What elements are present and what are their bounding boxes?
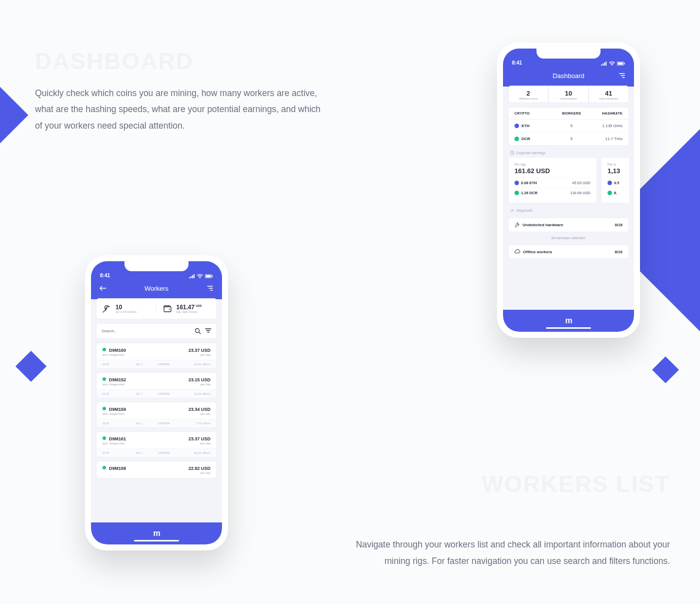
tab-coins-value: 2 xyxy=(508,90,548,97)
back-icon[interactable] xyxy=(98,283,108,293)
income-sub: avg. daily income xyxy=(176,310,202,313)
income-value: 161.47USD xyxy=(176,304,202,310)
worker-card[interactable]: D9M159 asic, dragonmint 23.34 USD per da… xyxy=(96,402,217,428)
diag-undetected-label: Undetected hardware xyxy=(522,223,563,227)
tab-hardware-value: 41 xyxy=(589,90,628,97)
wrench-icon xyxy=(514,222,520,228)
stats-tabs: 2 different coins 10 total workers 41 to… xyxy=(508,86,629,103)
diagnostic-section-label: Diagnostic xyxy=(508,203,629,215)
logo-icon: m xyxy=(153,529,160,538)
wifi-icon xyxy=(609,62,615,66)
phone-mockup-dashboard: 8:41 Dashboard 2 xyxy=(497,43,640,338)
section-desc-workers: Navigate through your workers list and c… xyxy=(350,536,670,569)
tab-coins-label: different coins xyxy=(508,97,548,100)
phone-notch xyxy=(536,49,600,59)
diag-offline-label: Offline workers xyxy=(523,250,552,254)
th-workers: WORKERS xyxy=(556,112,586,115)
status-dot-icon xyxy=(102,466,106,469)
status-dot-icon xyxy=(102,407,106,410)
earnings-card[interactable]: Per day161.62 USD 0.08 ETH 45.53 USD 1.2… xyxy=(508,157,597,203)
tab-workers[interactable]: 10 total workers xyxy=(548,86,588,103)
svg-point-8 xyxy=(169,309,170,310)
decor-diamond xyxy=(652,356,679,383)
worker-list[interactable]: D9M160 asic, dragonmint 23.37 USD per da… xyxy=(96,343,217,478)
bottom-nav[interactable]: m xyxy=(91,522,222,544)
tab-coins[interactable]: 2 different coins xyxy=(508,86,548,103)
diag-undetected[interactable]: Undetected hardware 0/18 xyxy=(508,218,629,232)
tab-workers-label: total workers xyxy=(548,97,588,100)
diag-offline-value: 8/18 xyxy=(614,250,622,254)
summary-card: 10 out of 18 workers 161.47USD avg. dail… xyxy=(96,298,217,319)
home-indicator xyxy=(134,540,179,541)
eth-icon xyxy=(514,124,519,128)
tab-workers-value: 10 xyxy=(548,90,588,97)
section-heading-workers: WORKERS LIST xyxy=(482,470,670,497)
section-heading-dashboard: DASHBOARD xyxy=(35,48,194,75)
status-dot-icon xyxy=(102,377,106,381)
worker-card[interactable]: D9M158 22.82 USD per day xyxy=(96,461,217,478)
earnings-section-label: Expected earnings xyxy=(508,146,629,157)
svg-rect-5 xyxy=(206,275,211,278)
decor-diamond xyxy=(16,351,46,382)
eth-icon xyxy=(514,181,519,185)
home-indicator xyxy=(546,327,591,329)
crypto-table: CRYPTO WORKERS HASHRATE ETH 5 1.135 GH/s… xyxy=(508,107,629,146)
search-icon[interactable] xyxy=(194,328,201,334)
svg-rect-1 xyxy=(618,63,623,65)
phone-notch xyxy=(124,261,188,271)
svg-rect-2 xyxy=(624,63,625,65)
filter-icon[interactable] xyxy=(205,328,212,334)
menu-icon[interactable] xyxy=(617,71,627,81)
search-input[interactable] xyxy=(102,329,190,333)
dcr-icon xyxy=(514,137,519,141)
wifi-icon xyxy=(197,274,203,278)
signal-icon xyxy=(189,274,195,278)
cloud-off-icon xyxy=(514,249,520,254)
active-workers-sub: out of 18 workers xyxy=(116,310,136,313)
phone-mockup-workers: 8:41 Workers xyxy=(85,255,228,550)
worker-card[interactable]: D9M152 asic, dragonmint 23.15 USD per da… xyxy=(96,372,217,398)
app-header: Workers xyxy=(91,279,222,299)
dcr-icon xyxy=(608,191,612,195)
svg-point-9 xyxy=(196,329,200,333)
earnings-card[interactable]: Per w1,13 0.5 8. xyxy=(601,157,629,203)
status-dot-icon xyxy=(102,348,106,351)
table-row[interactable]: DCR 5 11.7 TH/s xyxy=(508,132,628,145)
tab-hardware[interactable]: 41 total hardware xyxy=(589,86,628,103)
status-time: 8:41 xyxy=(100,273,110,278)
bottom-nav[interactable]: m xyxy=(503,310,634,332)
battery-icon xyxy=(617,62,625,66)
menu-icon[interactable] xyxy=(205,283,215,293)
decor-diamond xyxy=(0,87,28,143)
status-time: 8:41 xyxy=(512,60,522,66)
diag-offline[interactable]: Offline workers 8/18 xyxy=(508,245,629,259)
dcr-icon xyxy=(514,191,519,195)
app-header: Dashboard xyxy=(503,67,634,87)
th-crypto: CRYPTO xyxy=(514,112,556,115)
battery-icon xyxy=(205,274,213,278)
signal-icon xyxy=(601,62,607,66)
section-desc-dashboard: Quickly check which coins you are mining… xyxy=(35,85,325,134)
tab-hardware-label: total hardware xyxy=(589,97,628,100)
diag-message: All hardware detected. xyxy=(508,232,629,242)
worker-card[interactable]: D9M161 asic, dragonmint 23.37 USD per da… xyxy=(96,431,217,457)
table-row[interactable]: ETH 5 1.135 GH/s xyxy=(508,120,628,132)
th-hashrate: HASHRATE xyxy=(586,112,622,115)
status-dot-icon xyxy=(102,436,106,440)
logo-icon: m xyxy=(565,316,572,325)
diag-undetected-value: 0/18 xyxy=(614,223,622,227)
wallet-icon xyxy=(162,304,172,314)
search-bar xyxy=(96,323,217,339)
eth-icon xyxy=(608,181,612,185)
earnings-scroller[interactable]: Per day161.62 USD 0.08 ETH 45.53 USD 1.2… xyxy=(508,157,629,203)
screen-title: Dashboard xyxy=(552,72,584,80)
svg-rect-6 xyxy=(212,275,213,277)
worker-card[interactable]: D9M160 asic, dragonmint 23.37 USD per da… xyxy=(96,343,217,369)
screen-title: Workers xyxy=(144,285,168,292)
pickaxe-icon xyxy=(102,304,112,314)
active-workers-value: 10 xyxy=(116,304,136,310)
